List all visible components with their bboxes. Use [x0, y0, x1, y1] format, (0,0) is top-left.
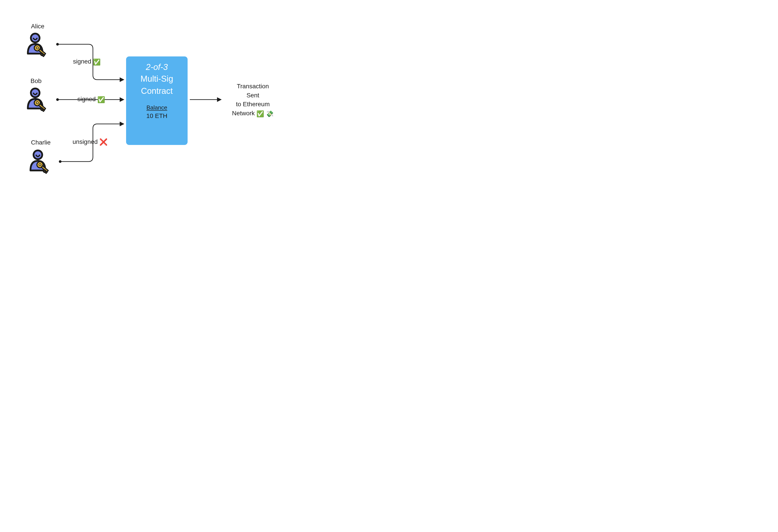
signer-label-charlie: Charlie — [31, 139, 51, 146]
contract-policy: 2-of-3 — [126, 62, 187, 72]
origin-dot-charlie — [59, 160, 62, 163]
svg-point-6 — [31, 88, 40, 97]
output-line4-text: Network — [232, 110, 255, 117]
check-icon: ✅ — [256, 110, 264, 117]
edge-label-charlie: unsigned ❌ — [73, 138, 107, 146]
edge-label-bob: signed ✅ — [77, 96, 105, 103]
edge-text: signed — [77, 96, 96, 102]
svg-point-12 — [33, 150, 42, 159]
person-key-icon — [24, 86, 51, 112]
origin-dot-alice — [56, 43, 59, 46]
contract-title-line3: Contract — [126, 85, 187, 97]
output-line1: Transaction — [225, 82, 281, 91]
balance-label: Balance — [126, 104, 187, 111]
multisig-contract-box: 2-of-3 Multi-Sig Contract Balance 10 ETH — [126, 57, 187, 145]
person-key-icon — [24, 31, 51, 57]
check-icon: ✅ — [97, 96, 105, 103]
svg-point-0 — [31, 33, 40, 42]
edge-text: unsigned — [73, 138, 98, 145]
svg-rect-11 — [43, 109, 45, 111]
svg-rect-17 — [45, 171, 47, 173]
signer-label-bob: Bob — [30, 77, 42, 84]
money-wings-icon: 💸 — [266, 110, 274, 117]
output-line2: Sent — [225, 91, 281, 100]
person-key-icon — [27, 148, 53, 174]
cross-icon: ❌ — [99, 138, 107, 146]
output-line3: to Ethereum — [225, 100, 281, 109]
contract-title-line2: Multi-Sig — [126, 73, 187, 84]
origin-dot-bob — [56, 98, 59, 101]
balance-value: 10 ETH — [126, 112, 187, 120]
edge-label-alice: signed ✅ — [73, 58, 101, 66]
diagram-stage: Alice Bob Charlie — [0, 0, 304, 208]
output-line4: Network ✅ 💸 — [225, 109, 281, 119]
svg-rect-5 — [43, 54, 45, 57]
edge-text: signed — [73, 58, 91, 65]
output-caption: Transaction Sent to Ethereum Network ✅ 💸 — [225, 82, 281, 119]
check-icon: ✅ — [93, 59, 101, 66]
signer-label-alice: Alice — [31, 23, 45, 30]
